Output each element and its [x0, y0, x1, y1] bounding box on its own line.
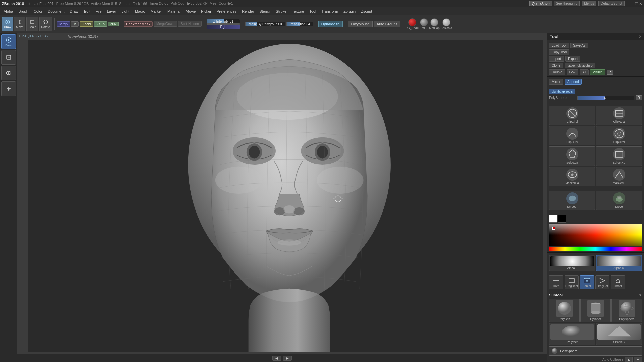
mat-ball-4[interactable]: [442, 18, 450, 26]
drag-dot-button[interactable]: DragDot: [595, 275, 609, 289]
white-swatch[interactable]: [549, 215, 557, 223]
menu-item-document[interactable]: Document: [45, 9, 67, 14]
z-intensity-slider[interactable]: Z Intensity 51: [207, 19, 240, 24]
copy-tool-button[interactable]: Copy Tool: [549, 49, 569, 55]
menu-item-draw[interactable]: Draw: [67, 9, 81, 14]
canvas-prev-button[interactable]: ◀: [272, 356, 281, 361]
menu-item-render[interactable]: Render: [239, 9, 256, 14]
menu-item-alpha[interactable]: Alpha: [1, 9, 15, 14]
zadd-button[interactable]: Zadd: [80, 21, 93, 27]
clone-button[interactable]: Clone: [549, 63, 563, 68]
menu-item-preferences[interactable]: Preferences: [214, 9, 239, 14]
subtool-polysph[interactable]: PolySph: [549, 299, 580, 322]
menu-item-zplugin[interactable]: Zplugin: [341, 9, 358, 14]
save-as-button[interactable]: Save As: [570, 43, 588, 48]
mirror-button[interactable]: Mirror: [549, 79, 563, 85]
zsub-button[interactable]: Zsub: [94, 21, 107, 27]
subtool-polysphere-full[interactable]: PolySphere: [611, 299, 642, 322]
auto-groups-button[interactable]: Auto Groups: [374, 21, 400, 27]
m-button[interactable]: M: [71, 21, 79, 27]
menu-item-brush[interactable]: Brush: [16, 9, 31, 14]
dyna-mesh-button[interactable]: DynaMesh: [318, 21, 343, 27]
menu-item-tool[interactable]: Tool: [307, 9, 318, 14]
auto-collapse-down[interactable]: ▼: [634, 357, 642, 362]
brush-selectla[interactable]: SelectLa: [549, 146, 595, 166]
black-swatch[interactable]: [558, 215, 566, 223]
append-button[interactable]: Append: [565, 79, 581, 85]
hue-bar[interactable]: [549, 247, 642, 251]
color-gradient-box[interactable]: [549, 224, 642, 246]
menu-item-edit[interactable]: Edit: [82, 9, 93, 14]
polysphere-r-button[interactable]: R: [636, 95, 642, 100]
split-hidden-button[interactable]: Split Hidden: [178, 21, 202, 27]
mat-ball-3[interactable]: [430, 18, 438, 26]
brush-clipcircl[interactable]: ClipCircl: [549, 106, 595, 125]
visible-button[interactable]: Visible: [590, 69, 605, 75]
canvas-viewport[interactable]: [28, 40, 543, 352]
stroke-dragrect-button[interactable]: DragRect: [565, 275, 579, 289]
left-mask-tool[interactable]: [1, 66, 16, 80]
subtool-title[interactable]: Subtool ▼: [549, 292, 642, 298]
menu-item-material[interactable]: Material: [165, 9, 183, 14]
left-clip-tool[interactable]: [1, 81, 16, 96]
all-button[interactable]: All: [580, 69, 589, 75]
backface-mask-button[interactable]: BackfaceMask: [124, 21, 153, 27]
menu-item-macro[interactable]: Macro: [132, 9, 148, 14]
brush-maskerli[interactable]: MaskerLi: [596, 167, 642, 186]
see-through[interactable]: See-through 0: [554, 1, 580, 6]
brush-selectre[interactable]: SelectRe: [596, 146, 642, 166]
menu-item-transform[interactable]: Transform: [319, 9, 340, 14]
menu-item-color[interactable]: Color: [31, 9, 45, 14]
canvas-area[interactable]: 0.231,0.482,-1.136 ActivePoints: 32,817 …: [17, 33, 547, 362]
rgb-intensity-slider[interactable]: Rgb: [207, 24, 240, 29]
scale-button[interactable]: Scale: [26, 17, 38, 31]
alpha-0[interactable]: Alpha 0: [549, 255, 595, 271]
polysphere-slider[interactable]: PolySphere: 48 R: [549, 95, 642, 100]
brush-clipcircl2[interactable]: ClipCircl: [596, 126, 642, 145]
auto-collapse-up[interactable]: ▲: [625, 357, 633, 362]
double-button[interactable]: Double: [549, 69, 565, 75]
stroke-dots-button[interactable]: Dots: [549, 275, 563, 289]
brush-cliprect[interactable]: ClipRect: [596, 106, 642, 125]
load-tool-button[interactable]: Load Tool: [549, 43, 569, 48]
menu-item-light[interactable]: Light: [119, 9, 132, 14]
menus-button[interactable]: Menus: [582, 1, 596, 6]
menu-item-picker[interactable]: Picker: [199, 9, 214, 14]
default-zscript[interactable]: DefaultZScript: [598, 1, 624, 6]
brush-clipcurv[interactable]: ClipCurv: [549, 126, 595, 145]
left-select-tool[interactable]: [1, 50, 16, 65]
subtool-simpleb[interactable]: SimpleB: [596, 323, 642, 345]
menu-item-marker[interactable]: Marker: [148, 9, 164, 14]
mat-ball-1[interactable]: [408, 18, 416, 26]
make-polymesh3d-button[interactable]: Make PolyMesh3D: [565, 63, 595, 68]
merge-down-button[interactable]: MergeDown: [154, 21, 177, 27]
goz-button[interactable]: GoZ: [567, 69, 578, 75]
brush-move[interactable]: Move: [596, 191, 642, 210]
mrgb-button[interactable]: Mrgb: [57, 21, 70, 27]
lazy-mouse-button[interactable]: LazyMouse: [348, 21, 373, 27]
export-button[interactable]: Export: [565, 56, 580, 62]
subtool-polymet[interactable]: PolyMet: [549, 323, 595, 345]
r-button[interactable]: R: [607, 70, 613, 75]
zdiv-button[interactable]: ZDiv: [108, 22, 119, 26]
quick-save-button[interactable]: QuickSave: [529, 1, 552, 6]
menu-item-stroke[interactable]: Stroke: [273, 9, 289, 14]
move-button[interactable]: Move: [14, 17, 25, 31]
lightbox-tools-button[interactable]: Lightbox▶Tools: [549, 89, 575, 94]
menu-item-layer[interactable]: Layer: [105, 9, 119, 14]
left-draw-tool[interactable]: Draw: [1, 34, 16, 49]
resolution-slider[interactable]: Resolution 64: [286, 22, 313, 26]
menu-item-stencil[interactable]: Stencil: [257, 9, 273, 14]
draw-button[interactable]: Draw: [2, 17, 13, 31]
brush-maskerpa[interactable]: MaskerPa: [549, 167, 595, 186]
rotate-button[interactable]: Rotate: [39, 17, 52, 31]
menu-item-movie[interactable]: Movie: [183, 9, 198, 14]
ghost-button[interactable]: Ghost: [611, 275, 625, 289]
menu-item-file[interactable]: File: [93, 9, 104, 14]
alpha-6[interactable]: Alpha 6': [596, 255, 642, 271]
menu-item-zscript[interactable]: Zscript: [359, 9, 374, 14]
stroke-tablet-button[interactable]: Tablet: [580, 275, 594, 289]
panel-close-button[interactable]: ×: [639, 34, 641, 39]
brush-smooth[interactable]: Smooth: [549, 191, 595, 210]
mat-ball-2[interactable]: [420, 18, 428, 26]
